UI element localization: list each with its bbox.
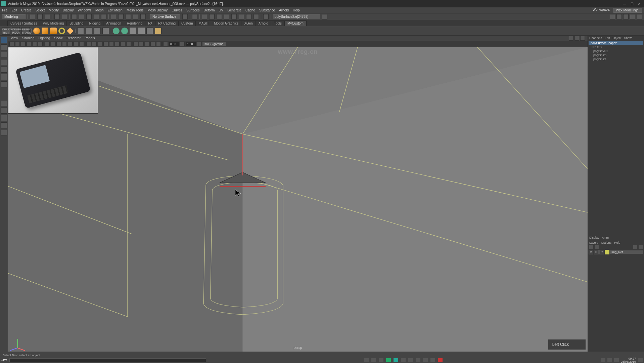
playback-prev-icon[interactable] bbox=[209, 14, 215, 19]
menu-select[interactable]: Select bbox=[35, 8, 45, 12]
toggle-ui-icon[interactable] bbox=[623, 14, 629, 19]
menu-modify[interactable]: Modify bbox=[49, 8, 58, 12]
menu-surfaces[interactable]: Surfaces bbox=[186, 8, 199, 12]
menu-curves[interactable]: Curves bbox=[172, 8, 182, 12]
taskbar-marmoset-icon[interactable] bbox=[416, 358, 420, 362]
soft-select-icon[interactable] bbox=[1, 100, 7, 106]
shelf-tab-curves-surfaces[interactable]: Curves / Surfaces bbox=[7, 21, 40, 26]
shelf-tab-xgen[interactable]: XGen bbox=[241, 21, 256, 26]
maximize-button[interactable]: ☐ bbox=[629, 1, 635, 6]
layer-tab-anim[interactable]: Anim bbox=[602, 236, 609, 239]
exposure-value[interactable]: 0.00 bbox=[169, 42, 179, 46]
shelf-tab-animation[interactable]: Animation bbox=[103, 21, 124, 26]
dof-icon[interactable] bbox=[156, 42, 161, 46]
textured-icon[interactable] bbox=[98, 42, 102, 46]
menu-mesh-tools[interactable]: Mesh Tools bbox=[127, 8, 143, 12]
layer-menu-layers[interactable]: Layers bbox=[589, 241, 598, 244]
command-input[interactable] bbox=[9, 358, 206, 362]
poly-cube-icon[interactable] bbox=[42, 28, 48, 34]
menu-set-selector[interactable]: Modeling bbox=[2, 14, 26, 19]
layer-menu-help[interactable]: Help bbox=[614, 241, 620, 244]
layer-reference-toggle[interactable]: R bbox=[599, 250, 604, 254]
toggle-ui-icon[interactable] bbox=[637, 14, 642, 19]
playback-loop-icon[interactable] bbox=[239, 14, 244, 19]
new-scene-icon[interactable] bbox=[30, 14, 35, 19]
taskbar-obs-icon[interactable] bbox=[430, 358, 435, 362]
menu-help[interactable]: Help bbox=[293, 8, 300, 12]
lights-icon[interactable] bbox=[103, 42, 108, 46]
shelf-bridge-icon[interactable] bbox=[130, 28, 136, 34]
search-next-icon[interactable] bbox=[322, 14, 327, 19]
viewport[interactable]: www.rrcg.cn persp Left Click bbox=[8, 47, 588, 352]
poly-sphere-icon[interactable] bbox=[33, 28, 40, 34]
layer-visibility-toggle[interactable]: V bbox=[589, 250, 593, 254]
tray-chevron-icon[interactable] bbox=[601, 358, 605, 362]
wireframe-icon[interactable] bbox=[86, 42, 91, 46]
menu-cache[interactable]: Cache bbox=[245, 8, 255, 12]
menu-edit[interactable]: Edit bbox=[11, 8, 17, 12]
taskbar-maya-icon[interactable] bbox=[394, 358, 398, 362]
shaded-icon[interactable] bbox=[92, 42, 97, 46]
minimize-button[interactable]: — bbox=[621, 1, 628, 6]
live-toggle-icon[interactable] bbox=[182, 14, 188, 19]
shelf-tab-fx[interactable]: FX bbox=[145, 21, 155, 26]
channel-tab-edit[interactable]: Edit bbox=[605, 36, 610, 40]
channel-box-list[interactable]: polySurfaceShape2 INPUTS polyBevel1 poly… bbox=[588, 40, 644, 138]
gate-mask-icon[interactable] bbox=[62, 42, 67, 46]
layer-move-up-icon[interactable] bbox=[589, 245, 593, 249]
move-tool-icon[interactable] bbox=[1, 59, 7, 65]
playback-next-icon[interactable] bbox=[224, 14, 229, 19]
layer-menu-options[interactable]: Options bbox=[601, 241, 611, 244]
tray-network-icon[interactable] bbox=[607, 358, 612, 362]
film-gate-icon[interactable] bbox=[51, 42, 55, 46]
channel-input-polysplit4[interactable]: polySplit4 bbox=[589, 57, 643, 61]
channel-input-polysplit5[interactable]: polySplit5 bbox=[589, 53, 643, 57]
shelf-tab-mash[interactable]: MASH bbox=[195, 21, 211, 26]
snap-grid-icon[interactable] bbox=[111, 14, 116, 19]
select-mask-icon[interactable] bbox=[86, 14, 92, 19]
panel-menu-shading[interactable]: Shading bbox=[22, 36, 35, 40]
2d-pan-icon[interactable] bbox=[32, 42, 37, 46]
menu-create[interactable]: Create bbox=[21, 8, 31, 12]
taskbar-pureref-icon[interactable] bbox=[423, 358, 428, 362]
panel-menu-show[interactable]: Show bbox=[54, 36, 62, 40]
scale-tool-icon[interactable] bbox=[1, 74, 7, 80]
panel-restore-icon[interactable] bbox=[569, 36, 573, 41]
playback-play-icon[interactable] bbox=[217, 14, 222, 19]
taskbar-photoshop-icon[interactable] bbox=[386, 358, 391, 362]
snap-plane-icon[interactable] bbox=[133, 14, 138, 19]
symmetry-toggle-icon[interactable] bbox=[1, 108, 7, 114]
last-tool-icon[interactable] bbox=[1, 81, 7, 87]
layout-single-icon[interactable] bbox=[1, 115, 7, 121]
camera-select-icon[interactable] bbox=[9, 42, 14, 46]
shelf-tab-fx-caching[interactable]: FX Caching bbox=[155, 21, 179, 26]
layer-new-empty-icon[interactable] bbox=[633, 245, 637, 249]
menu-deform[interactable]: Deform bbox=[204, 8, 215, 12]
shelf-extract-icon[interactable] bbox=[94, 28, 101, 34]
taskbar-spotify-icon[interactable] bbox=[379, 358, 383, 362]
shelf-bevel-icon[interactable] bbox=[146, 28, 153, 34]
grease-pencil-icon[interactable] bbox=[38, 42, 43, 46]
rotate-tool-icon[interactable] bbox=[1, 67, 7, 73]
live-surface-field[interactable]: No Live Surface bbox=[150, 14, 180, 19]
panel-menu-view[interactable]: View bbox=[11, 36, 18, 40]
mel-label[interactable]: MEL bbox=[1, 359, 8, 362]
select-mask-icon[interactable] bbox=[79, 14, 84, 19]
select-mask-icon[interactable] bbox=[101, 14, 106, 19]
layer-move-down-icon[interactable] bbox=[595, 245, 599, 249]
channel-tab-object[interactable]: Object bbox=[613, 36, 622, 40]
panel-maximize-icon[interactable] bbox=[580, 36, 585, 41]
poly-plane-icon[interactable] bbox=[67, 28, 74, 34]
taskbar-recording-icon[interactable] bbox=[438, 358, 443, 362]
shelf-fill-icon[interactable] bbox=[138, 28, 145, 34]
menu-mesh[interactable]: Mesh bbox=[95, 8, 103, 12]
select-mask-icon[interactable] bbox=[72, 14, 77, 19]
workspace-selector[interactable]: Wzx Modeling* bbox=[613, 8, 642, 13]
gamma-icon[interactable] bbox=[180, 42, 185, 46]
motionblur-icon[interactable] bbox=[145, 42, 149, 46]
tray-notifications-icon[interactable] bbox=[638, 358, 643, 362]
menu-display[interactable]: Display bbox=[63, 8, 74, 12]
shelf-tab-rendering[interactable]: Rendering bbox=[124, 21, 145, 26]
snap-curve-icon[interactable] bbox=[118, 14, 124, 19]
panel-pin-icon[interactable] bbox=[574, 36, 579, 41]
